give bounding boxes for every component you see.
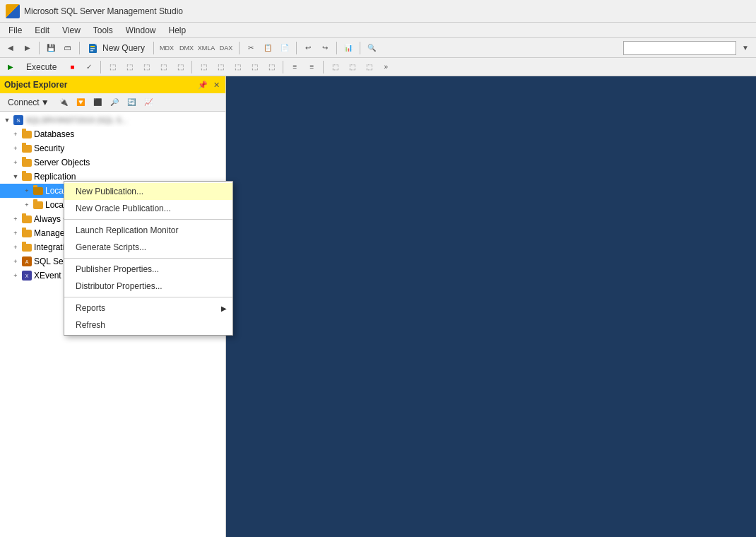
oe-filter2-btn[interactable]: 🔎 <box>107 95 122 110</box>
search-input[interactable] <box>623 41 736 55</box>
dropdown-arrow[interactable]: ▼ <box>738 40 753 56</box>
tb2-btn10[interactable]: ⬚ <box>264 59 279 75</box>
security-node[interactable]: + Security <box>0 141 225 155</box>
separator7 <box>360 42 360 54</box>
new-query-label: New Query <box>102 43 145 53</box>
separator6 <box>336 42 337 54</box>
tb2-btn2[interactable]: ⬚ <box>122 59 137 75</box>
ctx-new-oracle-publication[interactable]: New Oracle Publication... <box>64 200 232 217</box>
tb2-btn12[interactable]: ⬚ <box>344 59 360 75</box>
run-icon[interactable]: ▶ <box>3 59 18 75</box>
redo-button[interactable]: ↪ <box>317 40 333 56</box>
mdx-button[interactable]: MDX <box>158 40 176 56</box>
always-on-folder-icon <box>22 216 32 223</box>
security-expand-icon: + <box>11 144 20 153</box>
xmla-button[interactable]: XMLA <box>197 40 215 56</box>
ctx-refresh[interactable]: Refresh <box>64 317 232 334</box>
back-button[interactable]: ◀ <box>3 40 18 56</box>
save-all-button[interactable]: 🗃 <box>60 40 76 56</box>
menu-tools[interactable]: Tools <box>88 24 119 37</box>
search-icon[interactable]: 🔍 <box>364 40 379 56</box>
oe-refresh-btn[interactable]: 🔄 <box>124 95 139 110</box>
ctx-generate-scripts[interactable]: Generate Scripts... <box>64 239 232 256</box>
execute-label: Execute <box>26 62 57 72</box>
tb2-btn1[interactable]: ⬚ <box>105 59 120 75</box>
app-title: Microsoft SQL Server Management Studio <box>24 6 183 16</box>
save-button[interactable]: 💾 <box>43 40 59 56</box>
paste-button[interactable]: 📄 <box>277 40 293 56</box>
tb2-btn4[interactable]: ⬚ <box>155 59 171 75</box>
ctx-launch-monitor[interactable]: Launch Replication Monitor <box>64 222 232 239</box>
server-objects-node[interactable]: + Server Objects <box>0 155 225 170</box>
server-name: SQLSRV\INST2019 (SQL S... <box>25 116 128 124</box>
dmx-button[interactable]: DMX <box>177 40 196 56</box>
editor-area <box>226 76 756 537</box>
management-expand-icon: + <box>11 229 20 237</box>
tb2-btn7[interactable]: ⬚ <box>213 59 228 75</box>
separator3 <box>153 42 154 54</box>
menu-view[interactable]: View <box>57 24 86 37</box>
tb2-btn13[interactable]: ⬚ <box>361 59 377 75</box>
ctx-refresh-label: Refresh <box>76 320 105 330</box>
tb2-btn9[interactable]: ⬚ <box>247 59 262 75</box>
server-expand-icon: ▼ <box>3 116 11 124</box>
oe-activity-btn[interactable]: 📈 <box>141 95 156 110</box>
menu-window[interactable]: Window <box>120 24 162 37</box>
oe-pin-icon[interactable]: 📌 <box>196 80 209 90</box>
menu-file[interactable]: File <box>3 24 28 37</box>
oe-title: Object Explorer <box>4 80 67 90</box>
oe-close-icon[interactable]: ✕ <box>212 80 221 90</box>
tb2-btn8[interactable]: ⬚ <box>230 59 245 75</box>
sql-agent-icon: A <box>22 256 32 266</box>
copy-button[interactable]: 📋 <box>260 40 276 56</box>
tb2-sep4 <box>323 61 324 73</box>
context-menu: New Publication... New Oracle Publicatio… <box>64 181 233 336</box>
menu-help[interactable]: Help <box>163 24 192 37</box>
oe-stop-btn[interactable]: ⬛ <box>90 95 105 110</box>
chart-button[interactable]: 📊 <box>341 40 356 56</box>
tb2-sep1 <box>100 61 101 73</box>
svg-rect-3 <box>90 48 95 49</box>
oe-title-icons: 📌 ✕ <box>196 80 221 90</box>
forward-button[interactable]: ▶ <box>20 40 35 56</box>
oe-filter-btn[interactable]: 🔽 <box>73 95 88 110</box>
xevent-expand-icon: + <box>11 271 20 280</box>
ctx-new-publication[interactable]: New Publication... <box>64 183 232 200</box>
connect-dropdown-icon: ▼ <box>41 98 49 107</box>
server-objects-folder-icon <box>22 159 32 167</box>
server-icon: S <box>13 115 23 125</box>
databases-node[interactable]: + Databases <box>0 127 225 141</box>
undo-button[interactable]: ↩ <box>300 40 316 56</box>
oe-titlebar: Object Explorer 📌 ✕ <box>0 76 225 93</box>
stop-button[interactable]: ■ <box>64 59 80 75</box>
tb2-btn3[interactable]: ⬚ <box>138 59 154 75</box>
ctx-sep2 <box>64 258 232 259</box>
align-right-btn[interactable]: ≡ <box>304 59 319 75</box>
execute-button[interactable]: Execute <box>20 60 63 74</box>
local-sub-folder-icon <box>33 201 43 209</box>
tb2-btn5[interactable]: ⬚ <box>172 59 188 75</box>
ctx-sep3 <box>64 297 232 297</box>
title-bar: Microsoft SQL Server Management Studio <box>0 0 756 23</box>
server-objects-expand-icon: + <box>11 158 20 167</box>
ctx-publisher-props[interactable]: Publisher Properties... <box>64 261 232 278</box>
svg-rect-4 <box>90 50 93 52</box>
parse-button[interactable]: ✓ <box>81 59 97 75</box>
tb2-btn6[interactable]: ⬚ <box>196 59 211 75</box>
align-left-btn[interactable]: ≡ <box>287 59 302 75</box>
cut-button[interactable]: ✂ <box>243 40 259 56</box>
tb2-btn11[interactable]: ⬚ <box>327 59 343 75</box>
replication-folder-icon <box>22 173 32 181</box>
databases-expand-icon: + <box>11 130 20 138</box>
more-btn[interactable]: » <box>378 59 394 75</box>
ctx-distributor-props[interactable]: Distributor Properties... <box>64 278 232 295</box>
dax-button[interactable]: DAX <box>217 40 235 56</box>
new-query-button[interactable]: New Query <box>83 40 150 56</box>
oe-disconnect-btn[interactable]: 🔌 <box>56 95 71 110</box>
ctx-reports[interactable]: Reports ▶ <box>64 300 232 317</box>
server-node[interactable]: ▼ S SQLSRV\INST2019 (SQL S... <box>0 113 225 127</box>
tb2-sep2 <box>191 61 192 73</box>
svg-rect-2 <box>90 46 95 47</box>
menu-edit[interactable]: Edit <box>29 24 55 37</box>
connect-button[interactable]: Connect ▼ <box>3 95 54 110</box>
